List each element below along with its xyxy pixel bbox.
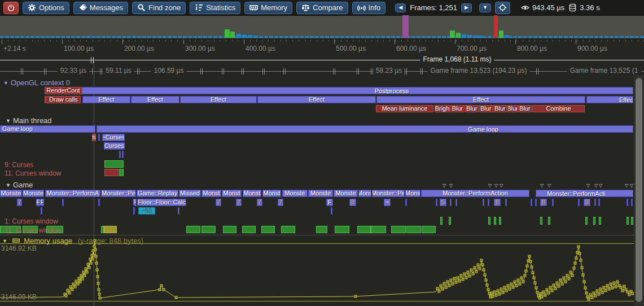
zone-bar[interactable]: Monste — [23, 190, 44, 197]
zone-bar[interactable]: F — [326, 199, 333, 206]
message-marker-icon[interactable]: ▽ — [547, 183, 551, 188]
zone-bar[interactable]: Effect — [257, 96, 376, 103]
zone-bar[interactable]: 8 — [540, 199, 547, 206]
zone-bar[interactable]: Monste — [282, 190, 308, 197]
message-marker-icon[interactable]: ▽ — [625, 183, 628, 188]
info-button[interactable]: Info — [352, 2, 386, 14]
frame-dropdown-button[interactable]: ▼ — [479, 3, 491, 12]
subframe-label[interactable]: 92.33 µs — [58, 67, 89, 75]
zone-bar[interactable] — [104, 226, 117, 233]
compare-button[interactable]: Compare — [296, 2, 348, 14]
zone-bar[interactable] — [440, 217, 443, 225]
zone-bar[interactable]: Brigh — [435, 105, 450, 112]
frame-histogram-bar[interactable] — [473, 36, 477, 38]
message-marker-icon[interactable]: ▽ — [594, 183, 598, 188]
zone-bar[interactable]: Monst — [243, 190, 261, 197]
zone-bar[interactable]: Monst — [201, 190, 221, 197]
zone-bar[interactable]: 7 — [257, 199, 262, 206]
section-header-game[interactable]: ▼Game — [6, 181, 33, 189]
frame-overview-strip[interactable] — [0, 16, 644, 40]
zone-bar[interactable] — [627, 199, 628, 206]
zone-bar[interactable] — [186, 226, 200, 233]
zone-bar[interactable] — [45, 96, 46, 103]
zone-bar[interactable] — [598, 199, 600, 206]
zone-bar[interactable]: 5 — [440, 199, 446, 206]
zone-bar[interactable] — [405, 199, 407, 206]
zone-bar[interactable] — [436, 199, 437, 206]
zone-bar[interactable]: Monster::PerformAction — [421, 190, 529, 197]
zone-bar[interactable]: Monst — [222, 190, 242, 197]
zone-bar[interactable]: Effect — [586, 96, 633, 103]
zone-bar[interactable]: Blur — [450, 105, 465, 112]
zone-bar[interactable] — [335, 226, 349, 233]
message-marker-icon[interactable]: ▽ — [488, 183, 492, 188]
zone-bar[interactable] — [119, 169, 121, 176]
subframe-label[interactable]: Game frame 13,523 (194.23 µs) — [428, 67, 530, 75]
message-marker-icon[interactable]: ▽ — [500, 183, 503, 188]
zone-bar[interactable] — [488, 199, 489, 206]
zone-bar[interactable]: Game loop — [0, 125, 95, 133]
zone-bar[interactable]: Monste — [334, 190, 358, 197]
zone-bar[interactable] — [178, 207, 179, 215]
zone-bar[interactable]: 7 — [216, 199, 221, 206]
zone-bar[interactable] — [331, 207, 332, 215]
zone-bar[interactable] — [391, 226, 406, 233]
zone-bar[interactable] — [422, 226, 436, 233]
zone-bar[interactable]: Effect — [180, 96, 257, 103]
zone-bar[interactable] — [104, 160, 124, 168]
zone-bar[interactable] — [499, 217, 501, 225]
subframe-label[interactable]: Game frame 13,525 (1 — [567, 67, 641, 75]
zone-bar[interactable] — [540, 217, 542, 225]
zone-bar[interactable]: Game::Replay — [137, 190, 178, 197]
zone-bar[interactable]: ~50 — [138, 207, 155, 215]
zone-bar[interactable]: Monste — [0, 190, 22, 197]
frame-label[interactable]: Frame 1,068 (1.11 ms) — [420, 55, 494, 63]
frame-histogram-bar[interactable] — [225, 29, 230, 38]
zone-bar[interactable]: 8 — [349, 199, 356, 206]
zone-bar[interactable] — [552, 199, 554, 206]
zone-bar[interactable]: F — [40, 199, 44, 206]
zone-bar[interactable] — [449, 217, 451, 225]
frame-histogram-bar[interactable] — [248, 35, 252, 38]
message-marker-icon[interactable]: ▽ — [630, 183, 633, 188]
zone-bar[interactable]: Effect — [131, 96, 179, 103]
zone-bar[interactable] — [261, 226, 275, 233]
find-zone-button[interactable]: Find zone — [132, 2, 186, 14]
zone-bar[interactable]: Missed — [179, 190, 201, 197]
frame-histogram-bar[interactable] — [479, 36, 483, 38]
zone-bar[interactable]: Monster::Pe — [101, 190, 136, 197]
frame-histogram-bar[interactable] — [230, 32, 235, 38]
next-frame-button[interactable]: ▶ — [461, 3, 472, 12]
zone-bar[interactable]: Mean luminance — [376, 105, 433, 112]
section-header-opengl[interactable]: ▼OpenGL context 0 — [3, 78, 70, 87]
zone-bar[interactable] — [41, 207, 42, 215]
shutdown-button[interactable] — [3, 2, 19, 14]
zone-bar[interactable]: 3 — [584, 199, 590, 206]
zone-bar[interactable] — [594, 199, 596, 206]
zone-bar[interactable] — [631, 199, 633, 206]
zone-bar[interactable] — [627, 217, 629, 225]
zone-bar[interactable]: Game loop — [97, 125, 633, 133]
zone-bar[interactable] — [98, 199, 100, 206]
zone-bar[interactable] — [201, 226, 216, 233]
zone-bar[interactable]: Blur — [493, 105, 507, 112]
zone-bar[interactable]: Blur — [479, 105, 493, 112]
message-marker-icon[interactable]: ▽ — [443, 183, 446, 188]
zone-bar[interactable]: Effect — [82, 96, 130, 103]
section-header-main-thread[interactable]: ▼Main thread — [6, 116, 52, 125]
zone-bar[interactable]: F — [36, 199, 40, 206]
message-marker-icon[interactable]: ▽ — [449, 183, 453, 188]
options-button[interactable]: Options — [23, 2, 69, 14]
zone-bar[interactable] — [505, 199, 507, 206]
zone-bar[interactable]: Monste — [308, 190, 333, 197]
zone-bar[interactable] — [242, 226, 256, 233]
prev-frame-button[interactable]: ◀ — [395, 3, 406, 12]
zone-bar[interactable]: Monst — [262, 190, 281, 197]
zone-bar[interactable] — [593, 217, 595, 225]
zone-bar[interactable]: Monster::PerformActi — [536, 190, 633, 197]
messages-button[interactable]: Messages — [73, 2, 128, 14]
frame-histogram-bar[interactable] — [456, 33, 461, 38]
zone-bar[interactable] — [488, 217, 490, 225]
frame-histogram-bar[interactable] — [253, 36, 258, 38]
zone-bar[interactable] — [599, 217, 601, 225]
